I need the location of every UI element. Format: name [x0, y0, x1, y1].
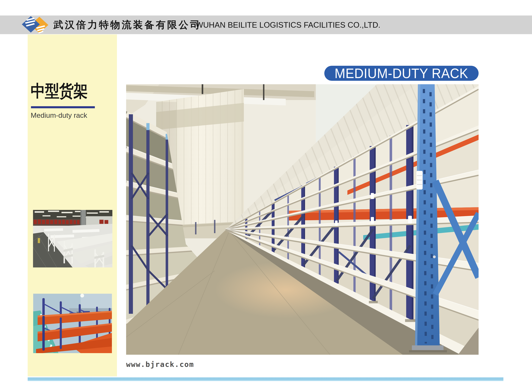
- company-name-en: WUHAN BEILITE LOGISTICS FACILITIES CO.,L…: [196, 15, 380, 34]
- sidebar-title-zh: 中型货架: [31, 80, 88, 102]
- footer-rule: [28, 377, 503, 381]
- warehouse-aisle-image: [126, 84, 479, 355]
- medium-duty-rack-badge: MEDIUM-DUTY RACK: [324, 66, 479, 81]
- orange-rack-thumbnail-image: [33, 294, 112, 353]
- company-name-zh: 武汉倍力特物流装备有限公司: [53, 15, 201, 34]
- main-warehouse-photo: [126, 84, 479, 355]
- sidebar: 中型货架 Medium-duty rack: [28, 34, 117, 376]
- title-divider: [31, 106, 95, 108]
- badge-label: MEDIUM-DUTY RACK: [335, 65, 468, 81]
- white-rack-thumbnail-image: [33, 210, 112, 267]
- thumbnail-white-rack-photo: [33, 210, 112, 267]
- website-text: www.bjrack.com: [126, 360, 194, 369]
- thumbnail-orange-rack-photo: [33, 294, 112, 353]
- company-logo-icon: [22, 16, 49, 34]
- sidebar-title-en: Medium-duty rack: [31, 111, 87, 120]
